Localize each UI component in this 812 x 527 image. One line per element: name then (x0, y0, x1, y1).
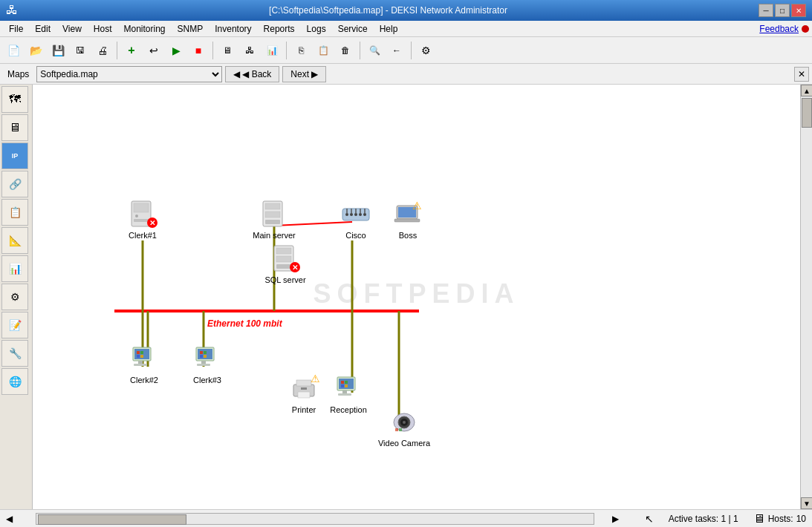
vertical-scrollbar[interactable]: ▲ ▼ (800, 85, 812, 509)
menu-logs[interactable]: Logs (301, 21, 332, 36)
sidebar-gear-tool[interactable]: ⚙ (1, 284, 28, 310)
scroll-left-arrow[interactable]: ◀ (6, 513, 18, 525)
sql-server-label: SQL server (264, 275, 305, 284)
sidebar-host-tool[interactable]: 🖥 (1, 114, 28, 141)
minimize-button[interactable]: ─ (759, 4, 773, 17)
menu-reports[interactable]: Reports (258, 21, 301, 36)
node-reception[interactable]: Reception (322, 374, 374, 414)
menu-host[interactable]: Host (88, 21, 118, 36)
menu-monitoring[interactable]: Monitoring (118, 21, 172, 36)
horizontal-scrollbar[interactable] (36, 513, 594, 525)
tb-save[interactable]: 💾 (48, 40, 68, 61)
clerk1-icon: ✕ (128, 200, 157, 229)
active-tasks-value: 1 | 1 (721, 514, 738, 524)
tb-scan3[interactable]: 📊 (262, 40, 282, 61)
svg-rect-52 (204, 355, 207, 358)
tb-print[interactable]: 🖨 (92, 40, 113, 61)
sidebar-layers-tool[interactable]: 📋 (1, 199, 28, 226)
sidebar: 🗺 🖥 IP 🔗 📋 📐 📊 ⚙ 📝 🔧 🌐 (0, 85, 33, 509)
sidebar-wrench-tool[interactable]: 🔧 (1, 340, 28, 367)
node-clerk3[interactable]: Clerk#3 (181, 344, 233, 384)
menu-inventory[interactable]: Inventory (209, 21, 257, 36)
svg-rect-39 (138, 361, 143, 364)
mapsbar-close-button[interactable]: ✕ (794, 67, 809, 82)
tb-back[interactable]: ← (386, 40, 407, 61)
window-title: [C:\Softpedia\Softpedia.map] - DEKSI Net… (18, 5, 759, 16)
hscroll-thumb[interactable] (38, 514, 186, 525)
sidebar-ip-tool[interactable]: IP (1, 143, 28, 169)
sidebar-note-tool[interactable]: 📝 (1, 312, 28, 338)
sidebar-map-tool[interactable]: 🗺 (1, 86, 28, 113)
maps-label: Maps (3, 69, 33, 79)
tb-settings[interactable]: ⚙ (415, 40, 436, 61)
svg-rect-64 (345, 384, 348, 387)
svg-rect-56 (301, 387, 307, 390)
svg-rect-40 (134, 364, 147, 366)
scroll-down-arrow[interactable]: ▼ (801, 497, 812, 509)
cisco-icon (341, 200, 371, 229)
canvas-area[interactable]: SOFTPEDIA (33, 85, 800, 509)
tb-new[interactable]: 📄 (3, 40, 24, 61)
menu-file[interactable]: File (3, 21, 29, 36)
svg-point-24 (363, 213, 366, 216)
node-clerk2[interactable]: Clerk#2 (118, 344, 170, 384)
hosts-display: 🖥 Hosts: 10 (753, 512, 806, 526)
tb-open[interactable]: 📂 (25, 40, 46, 61)
scroll-thumb[interactable] (802, 98, 812, 128)
close-button[interactable]: ✕ (791, 4, 806, 17)
scroll-up-arrow[interactable]: ▲ (801, 85, 812, 96)
tb-undo[interactable]: ↩ (143, 40, 164, 61)
tb-add[interactable]: + (121, 40, 142, 61)
tb-delete[interactable]: 🗑 (335, 40, 356, 61)
svg-point-13 (135, 215, 138, 217)
clerk3-label: Clerk#3 (193, 376, 221, 384)
back-label: ◀ Back (242, 69, 271, 79)
tb-scan2[interactable]: 🖧 (239, 40, 260, 61)
sidebar-ruler-tool[interactable]: 📐 (1, 227, 28, 254)
feedback-link[interactable]: Feedback (759, 24, 799, 34)
node-video-camera[interactable]: Video Camera (374, 407, 434, 448)
boss-status: ⚠ (411, 200, 423, 212)
tb-scan1[interactable]: 🖥 (217, 40, 238, 61)
main-layout: 🗺 🖥 IP 🔗 📋 📐 📊 ⚙ 📝 🔧 🌐 SOFTPEDIA (0, 85, 812, 509)
next-arrow-icon: ▶ (311, 69, 318, 79)
tb-stop[interactable]: ■ (188, 40, 209, 61)
printer-icon: ⚠ (289, 374, 319, 404)
titlebar: 🖧 [C:\Softpedia\Softpedia.map] - DEKSI N… (0, 0, 812, 21)
tb-search[interactable]: 🔍 (364, 40, 385, 61)
menu-view[interactable]: View (56, 21, 88, 36)
svg-rect-69 (395, 428, 398, 431)
node-sql-server[interactable]: ✕ SQL server (259, 244, 311, 284)
main-server-icon (259, 200, 289, 229)
menu-edit[interactable]: Edit (29, 21, 56, 36)
menu-service[interactable]: Service (332, 21, 374, 36)
svg-rect-36 (276, 264, 291, 269)
menu-snmp[interactable]: SNMP (172, 21, 210, 36)
back-button[interactable]: ◀ ◀ Back (225, 66, 279, 82)
next-button[interactable]: Next ▶ (282, 66, 326, 82)
cisco-label: Cisco (345, 231, 366, 240)
back-arrow-icon: ◀ (233, 69, 240, 79)
tb-play[interactable]: ▶ (166, 40, 186, 61)
node-boss[interactable]: ⚠ Boss (382, 200, 434, 240)
node-clerk1[interactable]: ✕ Clerk#1 (117, 200, 169, 240)
node-cisco[interactable]: Cisco (330, 200, 382, 240)
menu-help[interactable]: Help (374, 21, 404, 36)
scroll-right-arrow[interactable]: ▶ (612, 513, 624, 525)
window-controls: ─ □ ✕ (759, 4, 806, 17)
clerk1-label: Clerk#1 (129, 231, 157, 240)
svg-rect-51 (200, 355, 203, 358)
maximize-button[interactable]: □ (775, 4, 790, 17)
node-main-server[interactable]: Main server (248, 200, 300, 240)
svg-rect-34 (276, 248, 291, 254)
svg-rect-41 (137, 351, 140, 354)
sidebar-link-tool[interactable]: 🔗 (1, 171, 28, 197)
maps-dropdown[interactable]: Softpedia.map (36, 66, 222, 82)
sidebar-report-tool[interactable]: 📊 (1, 255, 28, 282)
reception-icon (334, 374, 363, 404)
scroll-track[interactable] (801, 96, 812, 497)
tb-copy[interactable]: ⎘ (290, 40, 311, 61)
tb-save-as[interactable]: 🖫 (70, 40, 91, 61)
sidebar-globe-tool[interactable]: 🌐 (1, 368, 28, 395)
tb-paste[interactable]: 📋 (313, 40, 334, 61)
